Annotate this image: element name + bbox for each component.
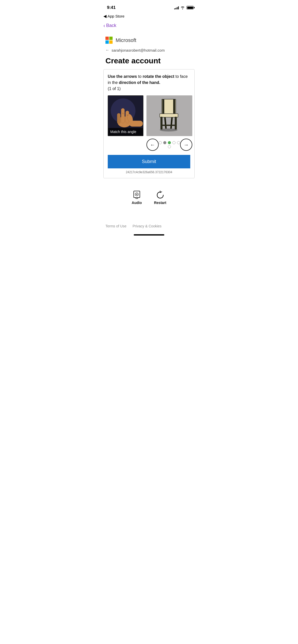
restart-label: Restart — [154, 201, 166, 205]
captcha-id: 24217c4c9e326a656.3722176304 — [108, 170, 190, 174]
rotate-left-button[interactable]: ← — [146, 139, 159, 151]
svg-rect-16 — [160, 117, 162, 129]
privacy-cookies-link[interactable]: Privacy & Cookies — [132, 224, 161, 228]
dot-4 — [172, 141, 175, 144]
microsoft-logo-icon — [105, 37, 113, 44]
svg-rect-20 — [161, 125, 177, 126]
svg-point-24 — [136, 194, 137, 195]
progress-dots — [159, 141, 180, 148]
page-title: Create account — [99, 55, 199, 69]
svg-rect-14 — [173, 99, 175, 115]
instruction-use-arrows: Use the arrows — [108, 74, 137, 79]
rotation-controls: ← → — [146, 139, 192, 151]
microsoft-logo-section: Microsoft — [99, 33, 199, 46]
email-back-row[interactable]: ← sarahjonasrobert@hotmail.com — [99, 46, 199, 55]
app-store-bar: ◀ App Store — [99, 13, 199, 21]
svg-point-10 — [121, 110, 124, 113]
status-bar: 9:41 — [99, 0, 199, 13]
signal-icon — [174, 6, 179, 9]
app-store-label: App Store — [107, 14, 125, 18]
account-email: sarahjonasrobert@hotmail.com — [112, 48, 165, 52]
captcha-instruction: Use the arrows to rotate the object to f… — [108, 74, 190, 92]
status-time: 9:41 — [107, 5, 116, 10]
restart-icon — [156, 191, 165, 200]
app-store-back-arrow: ◀ — [103, 14, 106, 19]
audio-button[interactable]: Audio — [132, 191, 142, 205]
instruction-rotate: rotate the object — [143, 74, 174, 79]
home-bar — [134, 234, 164, 236]
status-icons — [174, 6, 194, 9]
svg-rect-6 — [117, 113, 120, 124]
instruction-direction: direction of the hand. — [119, 80, 160, 85]
captcha-container: Use the arrows to rotate the object to f… — [103, 69, 195, 178]
dot-2 — [163, 141, 166, 144]
dot-1 — [159, 141, 162, 144]
svg-rect-25 — [136, 198, 138, 199]
audio-label: Audio — [132, 201, 142, 205]
submit-button[interactable]: Submit — [108, 155, 190, 168]
terms-of-use-link[interactable]: Terms of Use — [105, 224, 126, 228]
microsoft-name: Microsoft — [116, 37, 136, 43]
footer-links: Terms of Use Privacy & Cookies — [99, 209, 199, 232]
nav-back[interactable]: ‹ Back — [99, 21, 199, 33]
captcha-images: Match this angle — [108, 95, 190, 151]
svg-rect-17 — [175, 117, 177, 129]
svg-rect-18 — [164, 117, 167, 129]
reference-hand-image: Match this angle — [108, 95, 143, 136]
email-back-arrow-icon: ← — [105, 48, 110, 52]
dot-6 — [168, 145, 171, 148]
rotate-right-button[interactable]: → — [180, 139, 192, 151]
svg-rect-13 — [162, 99, 164, 115]
wifi-icon — [180, 6, 185, 9]
dot-5 — [177, 141, 180, 144]
svg-point-11 — [126, 112, 129, 115]
dots-row-bottom — [168, 145, 171, 148]
battery-icon — [186, 6, 194, 9]
svg-rect-19 — [170, 117, 173, 129]
match-label: Match this angle — [108, 128, 143, 136]
svg-rect-9 — [129, 121, 143, 126]
back-label[interactable]: Back — [106, 23, 116, 28]
chair-image — [146, 95, 192, 136]
home-indicator — [99, 232, 199, 240]
audio-icon — [132, 191, 141, 200]
svg-rect-15 — [160, 114, 178, 117]
rotation-panel: ← → — [146, 95, 192, 151]
bottom-toolbar: Audio Restart — [99, 184, 199, 209]
dots-row-top — [159, 141, 180, 144]
svg-point-21 — [160, 128, 178, 131]
chair-svg — [154, 98, 185, 134]
captcha-progress: (1 of 1) — [108, 86, 121, 91]
restart-button[interactable]: Restart — [154, 191, 166, 205]
dot-3 — [168, 141, 171, 144]
back-chevron-icon: ‹ — [103, 23, 105, 28]
